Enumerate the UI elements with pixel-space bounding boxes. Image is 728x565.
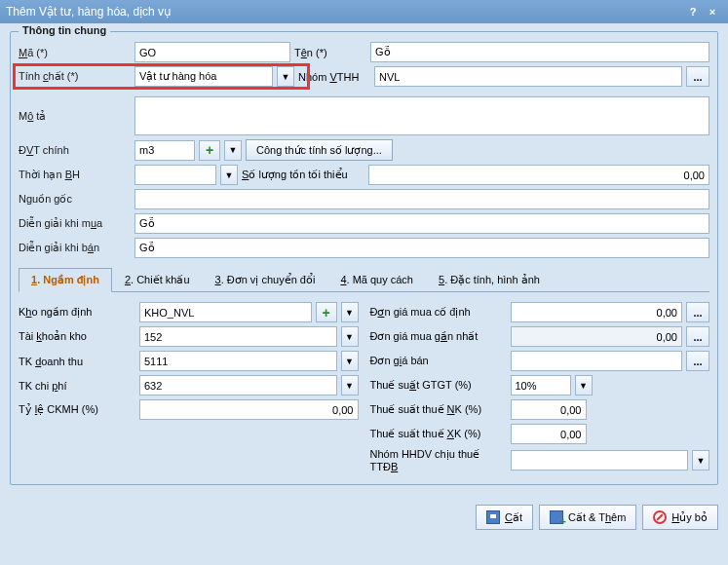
label-dgb: Đơn giá bán <box>370 355 507 367</box>
label-mota: Mô tả <box>19 110 131 123</box>
label-dggn: Đơn giá mua gần nhất <box>370 330 507 343</box>
dvt-dropdown-icon[interactable]: ▼ <box>224 140 242 161</box>
ma-input[interactable] <box>134 42 290 62</box>
gtgt-dropdown-icon[interactable]: ▼ <box>575 375 593 396</box>
save-button[interactable]: Cất <box>476 505 533 530</box>
save-add-icon <box>550 510 563 524</box>
label-xk: Thuế suất thuế XK (%) <box>370 428 507 440</box>
fieldset-legend: Thông tin chung <box>19 24 110 36</box>
close-icon[interactable]: × <box>703 6 722 18</box>
ttdb-dropdown-icon[interactable]: ▼ <box>692 450 709 471</box>
tkdt-select[interactable] <box>139 351 337 371</box>
label-tinhchat: Tính chất (*) <box>19 70 131 83</box>
general-info-fieldset: Thông tin chung Mã (*) Tên (*) Tính chất… <box>10 31 718 485</box>
label-diengiaiban: Diễn giải khi bán <box>19 242 131 254</box>
label-ma: Mã (*) <box>19 47 131 58</box>
content: Thông tin chung Mã (*) Tên (*) Tính chất… <box>0 23 728 499</box>
nhom-input[interactable] <box>374 66 682 87</box>
dvt-select[interactable] <box>134 140 195 161</box>
ten-input[interactable] <box>370 42 709 62</box>
footer: Cất Cất & Thêm Hủy bỏ <box>0 499 728 536</box>
dgcd-input[interactable] <box>511 302 683 322</box>
label-dvt: ĐVT chính <box>19 144 131 156</box>
window-title: Thêm Vật tư, hàng hóa, dịch vụ <box>6 5 683 19</box>
soluong-input[interactable] <box>368 165 709 185</box>
tkkho-dropdown-icon[interactable]: ▼ <box>341 326 359 347</box>
diengiaiban-input[interactable] <box>134 238 709 258</box>
thoihan-select[interactable] <box>134 165 216 185</box>
cancel-icon <box>653 510 667 524</box>
tyle-input[interactable] <box>139 399 359 420</box>
label-soluong: Số lượng tồn tối thiểu <box>242 169 364 181</box>
label-nhom: Nhóm VTHH <box>298 71 370 83</box>
mota-textarea[interactable] <box>134 96 709 135</box>
xk-input[interactable] <box>511 424 587 444</box>
save-icon <box>486 510 500 524</box>
label-kho: Kho ngầm định <box>19 306 135 319</box>
kho-add-button[interactable]: + <box>316 302 337 322</box>
diengiaimua-input[interactable] <box>134 213 709 234</box>
dgcd-browse-button[interactable]: ... <box>686 302 709 322</box>
dgb-input[interactable] <box>511 351 683 371</box>
tabs: 1. Ngầm định 2. Chiết khấu 3. Đơn vị chu… <box>19 268 709 292</box>
label-tkcp: TK chi phí <box>19 380 135 392</box>
ttdb-select[interactable] <box>511 450 689 471</box>
kho-dropdown-icon[interactable]: ▼ <box>341 302 359 322</box>
tab-content: Kho ngầm định + ▼ Tài khoản kho ▼ TK doa… <box>19 302 709 476</box>
label-tkkho: Tài khoản kho <box>19 330 135 343</box>
dvt-add-button[interactable]: + <box>199 140 220 161</box>
thoihan-dropdown-icon[interactable]: ▼ <box>220 165 238 185</box>
label-gtgt: Thuế suất GTGT (%) <box>370 379 507 392</box>
congthuc-button[interactable]: Công thức tính số lượng... <box>246 139 393 161</box>
nguongoc-input[interactable] <box>134 189 709 209</box>
dggn-browse-button[interactable]: ... <box>686 326 709 347</box>
label-nguongoc: Nguồn gốc <box>19 193 131 206</box>
label-dgcd: Đơn giá mua cố định <box>370 306 507 319</box>
label-ttdb: Nhóm HHDV chịu thuế TTĐB <box>370 448 507 472</box>
label-tkdt: TK doanh thu <box>19 356 135 367</box>
titlebar: Thêm Vật tư, hàng hóa, dịch vụ ? × <box>0 0 728 23</box>
tab-ngamdinh[interactable]: 1. Ngầm định <box>19 268 112 292</box>
dggn-input <box>511 326 683 347</box>
tab-dactinh[interactable]: 5. Đặc tính, hình ảnh <box>426 268 553 291</box>
label-ten: Tên (*) <box>294 47 366 58</box>
save-add-button[interactable]: Cất & Thêm <box>539 505 636 530</box>
nhom-browse-button[interactable]: ... <box>686 66 709 87</box>
tab-donvi[interactable]: 3. Đơn vị chuyển đổi <box>203 268 328 291</box>
label-nk: Thuế suất thuế NK (%) <box>370 403 507 416</box>
label-diengiaimua: Diễn giải khi mua <box>19 217 131 230</box>
tab-maquycach[interactable]: 4. Mã quy cách <box>327 268 426 291</box>
tab-chietkhau[interactable]: 2. Chiết khấu <box>112 268 203 291</box>
label-tyle: Tỷ lệ CKMH (%) <box>19 403 135 416</box>
tkdt-dropdown-icon[interactable]: ▼ <box>341 351 359 371</box>
cancel-button[interactable]: Hủy bỏ <box>642 505 718 530</box>
dgb-browse-button[interactable]: ... <box>686 351 709 371</box>
label-thoihan: Thời hạn BH <box>19 169 131 181</box>
tinhchat-select[interactable] <box>134 66 273 87</box>
tkcp-select[interactable] <box>139 375 337 396</box>
tkcp-dropdown-icon[interactable]: ▼ <box>341 375 359 396</box>
help-icon[interactable]: ? <box>683 6 703 18</box>
gtgt-select[interactable] <box>511 375 571 396</box>
nk-input[interactable] <box>511 399 587 420</box>
kho-select[interactable] <box>139 302 312 322</box>
tinhchat-dropdown-icon[interactable]: ▼ <box>277 66 294 87</box>
tkkho-select[interactable] <box>139 326 337 347</box>
